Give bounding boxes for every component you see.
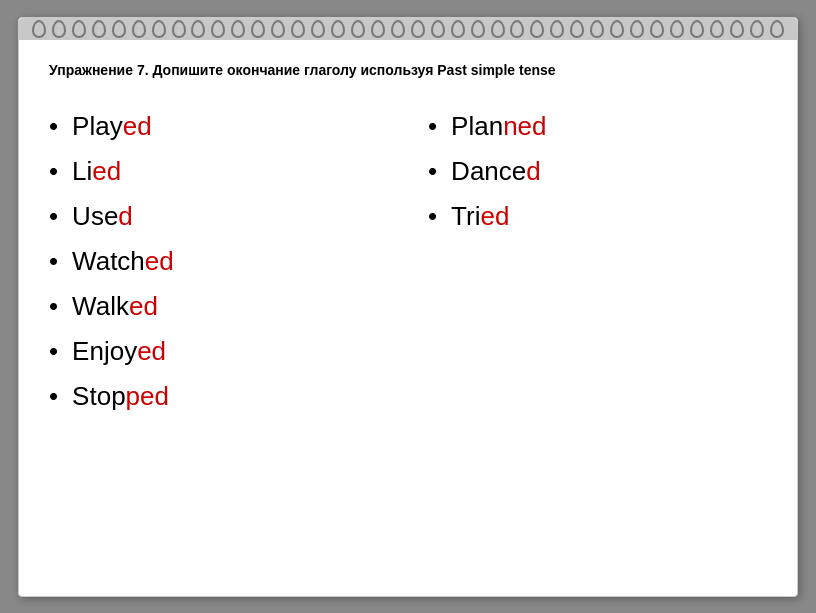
spiral-ring [331, 20, 345, 38]
spiral-ring [451, 20, 465, 38]
word-ending: ed [145, 246, 174, 277]
spiral-ring [371, 20, 385, 38]
spiral-ring [191, 20, 205, 38]
word-ending: d [526, 156, 540, 187]
word-ending: d [118, 201, 132, 232]
spiral-ring [52, 20, 66, 38]
spiral-ring [770, 20, 784, 38]
list-item: Tried [428, 201, 767, 232]
word-ending: ed [129, 291, 158, 322]
word-ending: ped [126, 381, 169, 412]
list-item: Walked [49, 291, 388, 322]
spiral-ring [271, 20, 285, 38]
spiral-ring [630, 20, 644, 38]
list-item: Danced [428, 156, 767, 187]
spiral-ring [431, 20, 445, 38]
spiral-ring [491, 20, 505, 38]
list-item: Stopped [49, 381, 388, 412]
spiral-ring [690, 20, 704, 38]
spiral-ring [550, 20, 564, 38]
spiral-ring [471, 20, 485, 38]
spiral-ring [670, 20, 684, 38]
word-ending: ned [503, 111, 546, 142]
word-base: Stop [72, 381, 126, 412]
word-base: Li [72, 156, 92, 187]
list-item: Played [49, 111, 388, 142]
spiral-ring [32, 20, 46, 38]
word-base: Plan [451, 111, 503, 142]
spiral-ring [570, 20, 584, 38]
spiral-ring [411, 20, 425, 38]
list-item: Planned [428, 111, 767, 142]
list-item: Enjoyed [49, 336, 388, 367]
word-ending: ed [480, 201, 509, 232]
spiral-ring [510, 20, 524, 38]
spiral-ring [750, 20, 764, 38]
spiral-ring [291, 20, 305, 38]
spiral-ring [92, 20, 106, 38]
spiral-ring [590, 20, 604, 38]
list-item: Lied [49, 156, 388, 187]
word-ending: ed [137, 336, 166, 367]
spiral-ring [710, 20, 724, 38]
word-base: Use [72, 201, 118, 232]
spiral-ring [231, 20, 245, 38]
spiral-ring [351, 20, 365, 38]
spiral-ring [72, 20, 86, 38]
spiral-ring [211, 20, 225, 38]
spiral-ring [530, 20, 544, 38]
word-ending: ed [123, 111, 152, 142]
spiral-ring [311, 20, 325, 38]
spiral-ring [650, 20, 664, 38]
content: Упражнение 7. Допишите окончание глаголу… [19, 40, 797, 596]
word-base: Dance [451, 156, 526, 187]
right-column: PlannedDancedTried [428, 111, 767, 426]
word-base: Watch [72, 246, 145, 277]
spiral-strip [19, 18, 797, 40]
word-base: Walk [72, 291, 129, 322]
spiral-ring [132, 20, 146, 38]
notebook: Упражнение 7. Допишите окончание глаголу… [18, 17, 798, 597]
spiral-ring [251, 20, 265, 38]
word-base: Enjoy [72, 336, 137, 367]
instruction: Упражнение 7. Допишите окончание глаголу… [49, 60, 767, 81]
spiral-ring [112, 20, 126, 38]
spiral-ring [152, 20, 166, 38]
word-ending: ed [92, 156, 121, 187]
columns: PlayedLiedUsedWatchedWalkedEnjoyedStoppe… [49, 111, 767, 426]
spiral-ring [172, 20, 186, 38]
spiral-ring [610, 20, 624, 38]
word-base: Tri [451, 201, 480, 232]
word-base: Play [72, 111, 123, 142]
list-item: Watched [49, 246, 388, 277]
spiral-ring [730, 20, 744, 38]
list-item: Used [49, 201, 388, 232]
left-column: PlayedLiedUsedWatchedWalkedEnjoyedStoppe… [49, 111, 388, 426]
spiral-ring [391, 20, 405, 38]
